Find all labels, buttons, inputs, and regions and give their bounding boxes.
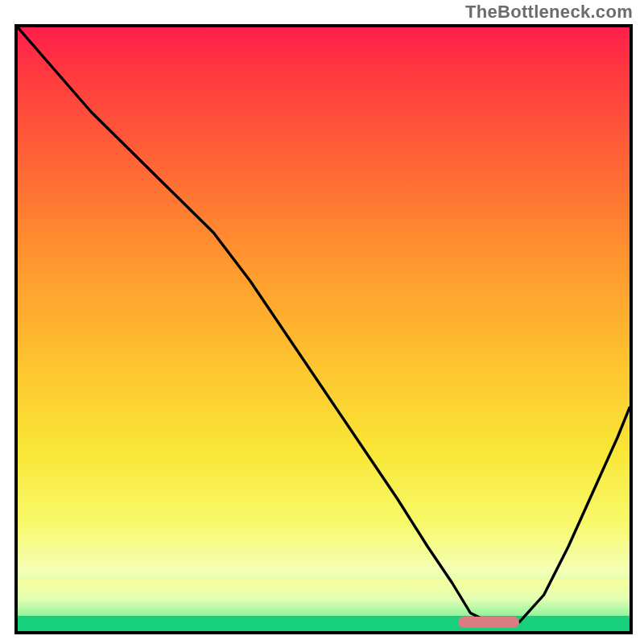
- curve-svg: [18, 27, 630, 631]
- watermark-text: TheBottleneck.com: [465, 2, 633, 23]
- chart-frame: TheBottleneck.com: [0, 0, 644, 644]
- bottleneck-curve-path: [18, 27, 630, 622]
- optimal-range-marker: [458, 617, 519, 628]
- plot-area: [14, 24, 633, 634]
